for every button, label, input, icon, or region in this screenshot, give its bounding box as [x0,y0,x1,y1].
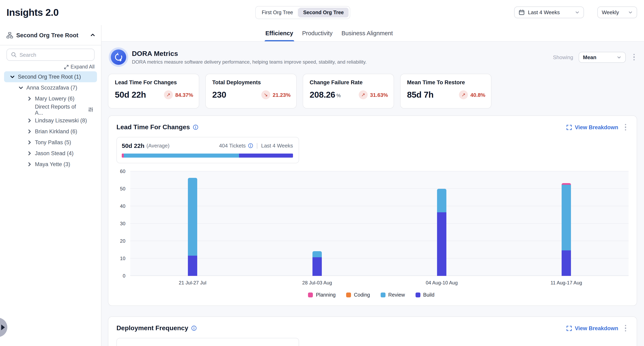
legend-label: Coding [354,292,370,298]
metric-title: Total Deployments [212,79,291,85]
y-axis-tick-label: 40 [114,203,126,209]
aggregation-select[interactable]: Mean [578,52,626,63]
trend-up-icon: ↗ [164,90,173,99]
tree-item-label: Brian Kirkland (6) [35,128,77,135]
chevron-right-icon[interactable] [26,151,32,156]
legend-item-build[interactable]: Build [415,292,434,298]
chevron-right-icon[interactable] [26,140,32,145]
dora-subtitle: DORA metrics measure software delivery p… [132,59,367,65]
kebab-menu[interactable] [622,323,628,333]
org-tree: Second Org Tree Root (1) Anna Scozzafava… [0,71,101,170]
tab-productivity[interactable]: Productivity [301,30,333,41]
chevron-right-icon[interactable] [26,162,32,167]
metric-card-total-deployments[interactable]: Total Deployments 230 ↘ 21.23% [205,74,297,109]
chevron-right-icon[interactable] [26,96,32,101]
tree-item-direct-reports[interactable]: Direct Reports of A... [4,104,97,115]
chevron-right-icon[interactable] [26,129,32,134]
metric-value: 208.26 [310,90,335,100]
trend-up-icon: ↗ [459,90,468,99]
granularity-select[interactable]: Weekly [597,6,637,18]
trend-down-icon: ↘ [261,90,270,99]
view-breakdown-button[interactable]: View Breakdown [567,325,618,331]
org-toggle-first-org-tree[interactable]: First Org Tree [257,8,298,17]
chart-bar-1[interactable] [188,178,197,276]
tree-item-second-org-tree-root[interactable]: Second Org Tree Root (1) [4,71,97,82]
tab-business-alignment[interactable]: Business Alignment [341,30,394,41]
dora-title: DORA Metrics [132,50,367,58]
metric-card-change-failure-rate[interactable]: Change Failure Rate 208.26 % ↗ 31.63% [303,74,394,109]
gridline [130,223,628,224]
metric-delta: ↗ 31.63% [359,90,389,99]
search-input[interactable] [20,52,90,58]
app-title: Insights 2.0 [0,7,59,18]
legend-item-coding[interactable]: Coding [346,292,370,298]
deployment-frequency-panel: Deployment Frequency View Breakdown [108,317,637,346]
phase-segment-build [239,154,293,158]
average-value: 50d 22h [122,142,144,149]
org-toggle-second-org-tree[interactable]: Second Org Tree [298,8,348,17]
chevron-right-icon[interactable] [26,118,32,123]
info-icon[interactable] [248,143,254,148]
tree-item-tony-pallas[interactable]: Tony Pallas (5) [4,137,97,148]
view-breakdown-button[interactable]: View Breakdown [567,124,618,130]
triangle-right-icon [1,325,5,330]
calendar-icon [518,9,525,15]
metric-delta: ↗ 84.37% [164,90,194,99]
lead-time-plot [130,172,628,276]
bar-segment-build [437,212,446,276]
gridline [130,276,628,276]
legend-label: Build [423,292,434,298]
legend-item-review[interactable]: Review [380,292,405,298]
org-tree-toggle: First Org Tree Second Org Tree [255,6,350,19]
chart-legend: PlanningCodingReviewBuild [114,292,628,298]
delta-percent: 40.8% [470,92,485,98]
range-label: Last 4 Weeks [261,143,293,149]
average-label: (Average) [146,143,170,149]
chevron-down-icon[interactable] [9,74,16,79]
granularity-value: Weekly [602,9,625,15]
tab-efficiency[interactable]: Efficiency [264,30,294,41]
info-icon[interactable] [191,325,197,331]
date-range-select[interactable]: Last 4 Weeks [514,6,584,18]
metric-delta: ↘ 21.23% [261,90,291,99]
chevron-down-icon[interactable] [18,85,24,90]
chevron-up-icon[interactable] [90,32,95,38]
expand-corners-icon [567,125,572,130]
metric-title: Lead Time For Changes [115,79,194,85]
chevron-down-icon [575,10,580,14]
info-icon[interactable] [193,124,198,130]
chart-bar-4[interactable] [562,183,571,276]
separator [257,143,258,149]
kebab-menu[interactable] [631,52,637,62]
lead-time-panel-title: Lead Time For Changes [116,124,198,131]
legend-swatch [415,293,420,297]
kebab-menu[interactable] [622,122,628,132]
x-axis-tick-label: 11 Aug-17 Aug [550,280,582,286]
filter-sliders-icon[interactable] [88,107,94,113]
tree-item-lindsay-liszewski[interactable]: Lindsay Liszewski (8) [4,115,97,126]
metric-card-mean-time-to-restore[interactable]: Mean Time To Restore 85d 7h ↗ 40.8% [400,74,492,109]
legend-swatch [380,293,385,297]
expand-all-label: Expand All [70,64,94,70]
x-axis-labels: 21 Jul-27 Jul28 Jul-03 Aug04 Aug-10 Aug1… [130,280,628,286]
delta-percent: 84.37% [175,92,193,98]
sidebar-search [6,49,94,61]
sidebar-collapse-button[interactable] [0,318,7,337]
chart-bar-3[interactable] [437,189,446,276]
tree-item-anna-scozzafava[interactable]: Anna Scozzafava (7) [4,82,97,93]
tree-item-brian-kirkland[interactable]: Brian Kirkland (6) [4,126,97,137]
y-axis-labels: 0102030405060 [114,172,126,276]
phase-segment-planning [122,154,124,158]
chart-bar-2[interactable] [312,251,322,276]
expand-all-button[interactable]: Expand All [64,64,94,70]
metric-card-lead-time[interactable]: Lead Time For Changes 50d 22h ↗ 84.37% [108,74,199,109]
legend-label: Planning [316,292,336,298]
lead-time-summary-card: 50d 22h (Average) 404 Tickets Last 4 Wee… [116,137,299,163]
tree-item-mary-lowery[interactable]: Mary Lowery (6) [4,93,97,104]
trend-up-icon: ↗ [359,90,368,99]
aggregation-value: Mean [583,54,613,60]
tree-item-jason-stead[interactable]: Jason Stead (4) [4,148,97,159]
tree-item-maya-yette[interactable]: Maya Yette (3) [4,159,97,170]
showing-label: Showing [553,54,573,60]
legend-item-planning[interactable]: Planning [308,292,336,298]
